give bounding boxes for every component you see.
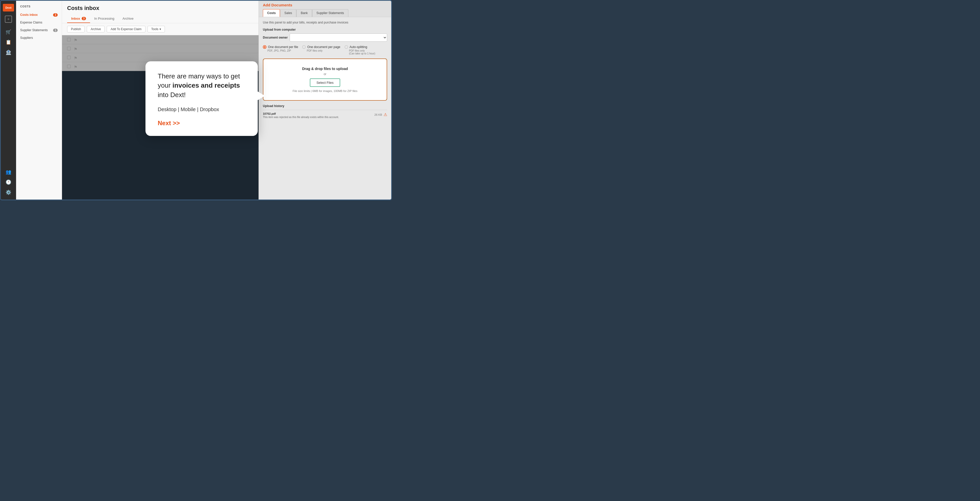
tab-in-processing[interactable]: In Processing: [90, 14, 118, 23]
sidebar-item-costs-inbox[interactable]: Costs inbox 3: [16, 11, 62, 19]
panel-description: Use this panel to add your bills, receip…: [263, 21, 387, 24]
upload-item: 10702.pdf This item was rejected as this…: [263, 110, 387, 121]
upload-item-right: 26 KB ⚠: [374, 112, 387, 117]
right-panel: Add Documents Costs Sales Bank Supplier …: [259, 1, 391, 199]
add-button[interactable]: +: [5, 16, 12, 23]
nav-icon-history[interactable]: 🕐: [4, 178, 13, 186]
upload-history-title: Upload history: [263, 104, 387, 108]
tools-button[interactable]: Tools ▾: [148, 26, 165, 32]
drop-zone[interactable]: Drag & drop files to upload or Select Fi…: [263, 59, 387, 101]
doc-owner-row: Document owner: [263, 34, 387, 41]
warning-icon: ⚠: [383, 112, 387, 117]
nav-icon-cart[interactable]: 🛒: [4, 28, 13, 36]
left-nav: Dext + 🛒 📋 🏦 👥 🕐 ⚙️: [1, 1, 16, 199]
radio-sub-one-per-page: PDF files only: [302, 49, 340, 52]
tooltip-text: There are many ways to get your invoices…: [158, 72, 245, 99]
tab-archive[interactable]: Archive: [118, 14, 138, 23]
app-logo[interactable]: Dext: [3, 4, 14, 11]
panel-tab-sales[interactable]: Sales: [280, 9, 296, 17]
upload-item-name: 10702.pdf: [263, 112, 339, 115]
publish-button[interactable]: Publish: [67, 26, 85, 32]
supplier-statements-badge: 1: [53, 29, 58, 32]
nav-icon-docs[interactable]: 📋: [4, 38, 13, 46]
tab-bar: Inbox 3 In Processing Archive: [67, 14, 253, 23]
panel-tabs: Costs Sales Bank Supplier Statements: [263, 9, 387, 17]
sidebar-item-supplier-statements[interactable]: Supplier Statements 1: [16, 26, 62, 34]
radio-dot-active: [263, 45, 266, 49]
panel-header: Add Documents Costs Sales Bank Supplier …: [259, 1, 391, 17]
doc-owner-select[interactable]: [290, 34, 387, 41]
drop-title: Drag & drop files to upload: [269, 67, 382, 71]
panel-tab-bank[interactable]: Bank: [296, 9, 312, 17]
upload-from-label: Upload from computer: [263, 28, 387, 32]
radio-sub-auto-splitting: PDF files only(Can take up to 1 hour): [345, 49, 375, 55]
sidebar-item-expense-claims[interactable]: Expense Claims: [16, 19, 62, 26]
upload-item-info: 10702.pdf This item was rejected as this…: [263, 112, 339, 118]
tooltip-overlay: There are many ways to get your invoices…: [145, 61, 258, 136]
radio-sub-one-per-file: PDF, JPG, PNG, ZIP: [263, 49, 298, 52]
select-files-button[interactable]: Select Files: [310, 78, 340, 87]
content-header: Costs inbox Inbox 3 In Processing Archiv…: [62, 1, 259, 23]
upload-item-size: 26 KB: [374, 113, 382, 116]
panel-tab-supplier-statements[interactable]: Supplier Statements: [312, 9, 348, 17]
panel-body: Use this panel to add your bills, receip…: [259, 17, 391, 124]
nav-icon-bank[interactable]: 🏦: [4, 48, 13, 56]
radio-dot-inactive-2: [345, 45, 348, 49]
upload-item-desc: This item was rejected as this file alre…: [263, 116, 339, 118]
drop-limits: File size limits | 6MB for images, 100MB…: [269, 89, 382, 93]
chevron-down-icon: ▾: [159, 27, 161, 31]
tab-inbox[interactable]: Inbox 3: [67, 14, 90, 23]
nav-icon-settings[interactable]: ⚙️: [4, 188, 13, 196]
sub-sidebar: COSTS Costs inbox 3 Expense Claims Suppl…: [16, 1, 62, 199]
add-to-expense-button[interactable]: Add To Expense Claim: [107, 26, 145, 32]
radio-options: One document per file PDF, JPG, PNG, ZIP…: [263, 45, 387, 55]
inbox-tab-badge: 3: [82, 17, 86, 20]
radio-option-one-per-file[interactable]: One document per file PDF, JPG, PNG, ZIP: [263, 45, 298, 55]
app-container: Dext + 🛒 📋 🏦 👥 🕐 ⚙️ COSTS Costs inbox 3 …: [0, 0, 392, 200]
drop-or: or: [269, 72, 382, 76]
tooltip-next-button[interactable]: Next >>: [158, 120, 245, 127]
radio-option-one-per-page[interactable]: One document per page PDF files only: [302, 45, 340, 55]
sidebar-item-suppliers[interactable]: Suppliers: [16, 34, 62, 41]
nav-icon-team[interactable]: 👥: [4, 168, 13, 176]
archive-button[interactable]: Archive: [87, 26, 105, 32]
toolbar: Publish Archive Add To Expense Claim Too…: [62, 23, 259, 35]
costs-inbox-badge: 3: [53, 13, 58, 17]
sub-sidebar-title: COSTS: [16, 5, 62, 11]
tooltip-methods: Desktop | Mobile | Dropbox: [158, 107, 245, 112]
tooltip-box: There are many ways to get your invoices…: [145, 61, 258, 136]
doc-owner-label: Document owner: [263, 36, 288, 39]
panel-title: Add Documents: [263, 3, 387, 7]
radio-option-auto-splitting[interactable]: Auto-splitting PDF files only(Can take u…: [345, 45, 375, 55]
radio-dot-inactive: [302, 45, 306, 49]
page-title: Costs inbox: [67, 5, 253, 11]
panel-tab-costs[interactable]: Costs: [263, 9, 280, 17]
